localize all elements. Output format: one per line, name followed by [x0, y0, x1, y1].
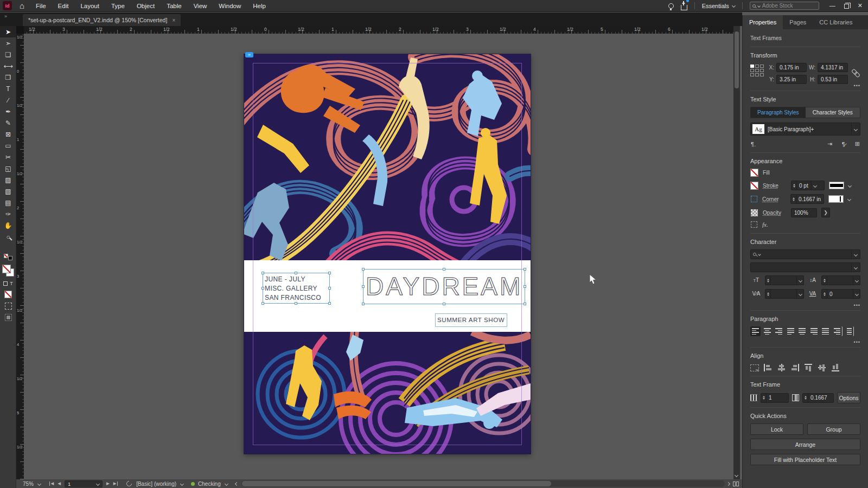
postcard-artwork-top[interactable] [244, 54, 531, 260]
menu-item[interactable]: Type [105, 3, 131, 9]
rectangle-tool-icon[interactable]: ▭ [0, 140, 16, 151]
search-input[interactable] [762, 3, 811, 9]
align-to-selector[interactable] [750, 364, 759, 371]
scissors-tool-icon[interactable]: ✂ [0, 151, 16, 163]
vertical-scrollbar-thumb[interactable] [735, 31, 739, 88]
pencil-tool-icon[interactable]: ✎ [0, 117, 16, 129]
align-left-edges-button[interactable] [763, 363, 773, 372]
vertical-ruler[interactable]: 1/201/211/221/231/241/251/26 [16, 34, 24, 479]
columns-value[interactable]: 1 [767, 395, 781, 401]
lock-button[interactable]: Lock [750, 423, 803, 435]
justify-last-left-button[interactable] [786, 326, 796, 336]
close-tab-icon[interactable]: × [172, 17, 175, 23]
scroll-left-icon[interactable] [235, 481, 239, 485]
preflight-status-control[interactable]: Checking [198, 481, 228, 487]
menu-item[interactable]: Edit [52, 3, 75, 9]
h-field[interactable]: 0.53 in [818, 75, 848, 84]
tab-properties[interactable]: Properties [743, 15, 783, 29]
spin-arrows-icon[interactable] [791, 195, 796, 203]
stroke-color-swatch[interactable] [750, 182, 758, 190]
create-style-icon[interactable]: ⊞ [855, 140, 860, 147]
spin-arrows-icon[interactable] [765, 276, 771, 285]
previous-page-button[interactable]: ◀ [58, 481, 61, 486]
chevron-down-icon[interactable] [848, 183, 852, 187]
view-options-icon[interactable] [5, 303, 12, 310]
frame-effects-icon[interactable] [751, 221, 757, 228]
menu-item[interactable]: Help [247, 3, 272, 9]
menu-item[interactable]: Window [213, 3, 247, 9]
last-page-button[interactable]: ▶ [113, 481, 118, 486]
align-top-edges-button[interactable] [804, 363, 813, 372]
gradient-feather-tool-icon[interactable]: ▧ [0, 185, 16, 197]
stock-search[interactable] [750, 2, 819, 10]
align-bottom-edges-button[interactable] [831, 363, 840, 372]
align-left-button[interactable] [750, 326, 761, 336]
type-tool-icon[interactable]: T [0, 83, 16, 94]
spin-arrows-icon[interactable] [761, 394, 767, 402]
fx-label[interactable]: fx. [762, 221, 768, 228]
paragraph-style-dropdown[interactable]: Ag [Basic Paragraph]+ [750, 123, 860, 136]
fill-label[interactable]: Fill [763, 170, 787, 176]
font-style-dropdown[interactable] [750, 262, 860, 272]
hand-tool-icon[interactable]: ✋ [0, 220, 16, 231]
gradient-tool-icon[interactable]: ▨ [0, 174, 16, 185]
font-size-stepper[interactable] [765, 275, 804, 285]
corner-label[interactable]: Corner [762, 196, 786, 202]
screen-mode-icon[interactable] [5, 314, 12, 321]
style-override-icon[interactable]: ¶̷ [842, 141, 845, 147]
apply-none-swatch[interactable] [4, 291, 12, 298]
horizontal-scrollbar[interactable] [241, 480, 725, 487]
content-collector-tool-icon[interactable]: ❒ [0, 72, 16, 83]
stroke-style-swatch[interactable] [829, 182, 844, 189]
paragraph-more-options[interactable]: ••• [854, 339, 860, 345]
frame-tool-icon[interactable]: ⊠ [0, 129, 16, 140]
menu-item[interactable]: Object [131, 3, 161, 9]
document-tab[interactable]: *set-up-a-postcard_END_V2.indd @ 150% [C… [23, 14, 181, 26]
minimize-button[interactable]: — [829, 3, 835, 9]
next-page-button[interactable]: ▶ [106, 481, 110, 486]
venue-text-frame[interactable]: JUNE - JULY MISC. GALLERY SAN FRANCISCO [263, 273, 330, 304]
page-number-value[interactable]: 1 [68, 481, 94, 487]
align-away-from-spine-button[interactable] [844, 326, 854, 336]
fill-color-swatch[interactable] [750, 169, 758, 177]
linked-asset-badge[interactable]: ∞ [245, 52, 253, 57]
formatting-affects-toggle[interactable]: T [3, 281, 13, 286]
font-family-dropdown[interactable] [750, 249, 860, 259]
horizontal-ruler[interactable]: 1/231/221/211/201/211/221/231/241/251/26… [16, 26, 733, 34]
formatting-text-icon[interactable]: T [10, 281, 13, 286]
stroke-label[interactable]: Stroke [763, 183, 787, 189]
formatting-container-icon[interactable] [3, 281, 8, 286]
note-tool-icon[interactable]: ▤ [0, 197, 16, 208]
justify-last-right-button[interactable] [809, 326, 819, 336]
scroll-right-icon[interactable] [726, 481, 730, 485]
corner-radius-stepper[interactable]: 0.1667 in [790, 194, 824, 204]
reference-point-grid[interactable] [750, 65, 764, 84]
menu-item[interactable]: File [30, 3, 52, 9]
corner-shape-swatch[interactable] [828, 195, 844, 203]
menu-item[interactable]: View [188, 3, 213, 9]
restore-button[interactable] [844, 4, 849, 9]
panel-overflow-icon[interactable]: » [4, 14, 7, 19]
direct-selection-tool-icon[interactable]: ➣ [0, 37, 16, 49]
spin-arrows-icon[interactable] [822, 290, 827, 298]
learn-lightbulb-icon[interactable] [668, 3, 674, 9]
w-field[interactable]: 4.1317 in [818, 63, 848, 72]
ruler-corner[interactable] [16, 26, 24, 34]
postcard-artwork-bottom[interactable] [244, 332, 531, 454]
scroll-down-icon[interactable] [735, 473, 738, 477]
share-icon[interactable] [681, 5, 687, 10]
y-field[interactable]: 3.25 in [776, 75, 807, 84]
selection-tool-icon[interactable]: ➤ [0, 26, 16, 37]
home-icon[interactable]: ⌂ [20, 2, 24, 10]
redefine-style-icon[interactable]: ⇥ [827, 140, 832, 147]
page-tool-icon[interactable]: ❏ [0, 49, 16, 60]
preflight-profile-control[interactable]: [Basic] (working) [136, 481, 183, 487]
justify-last-center-button[interactable] [797, 326, 807, 336]
corner-radius-value[interactable]: 0.1667 in [796, 196, 823, 202]
zoom-tool-icon[interactable]: ○ [0, 231, 16, 242]
fill-stroke-swatch[interactable] [2, 265, 14, 277]
tracking-stepper[interactable]: 0 [821, 289, 860, 299]
gap-tool-icon[interactable]: ⟷ [0, 60, 16, 72]
opacity-expand-button[interactable]: ❯ [821, 208, 830, 217]
columns-stepper[interactable]: 1 [761, 393, 789, 403]
